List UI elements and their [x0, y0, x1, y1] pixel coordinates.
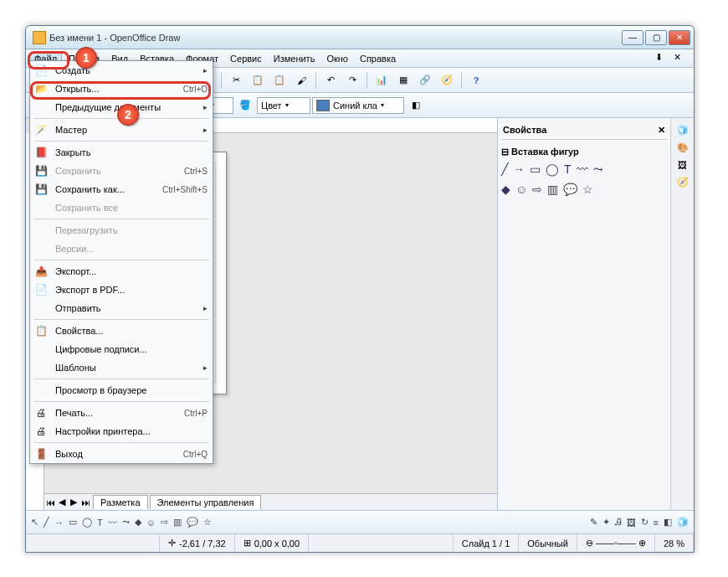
menu-modify[interactable]: Изменить: [269, 52, 320, 65]
menu-item-экспортвpdf[interactable]: 📄Экспорт в PDF...: [30, 281, 213, 299]
properties-tab-icon[interactable]: 🧊: [677, 125, 689, 136]
menu-item-просмотрвбраузере[interactable]: Просмотр в браузере: [30, 381, 213, 399]
menu-icon: [33, 100, 49, 115]
hyperlink-button[interactable]: 🔗: [415, 70, 435, 90]
paste-button[interactable]: 📋: [269, 70, 290, 90]
minimize-button[interactable]: —: [622, 30, 643, 45]
tab-first[interactable]: ⏮: [44, 497, 56, 507]
callout-icon[interactable]: 💬: [563, 183, 577, 196]
block-arrow-icon[interactable]: ⇨: [532, 183, 542, 196]
flowchart-icon[interactable]: ▥: [547, 183, 558, 196]
rect-icon[interactable]: ▭: [530, 162, 541, 176]
navigator-tab-icon[interactable]: 🖼: [678, 160, 687, 170]
symbol-icon[interactable]: ☺: [515, 183, 527, 196]
line-color-select[interactable]: Синий кла▾: [312, 97, 404, 114]
close-button[interactable]: ✕: [669, 30, 690, 45]
shadow-button[interactable]: ◧: [406, 95, 426, 116]
menu-help[interactable]: Справка: [355, 52, 401, 65]
menu-item-сохранитькак[interactable]: 💾Сохранить как...Ctrl+Shift+S: [30, 180, 213, 198]
menu-item-свойства[interactable]: 📋Свойства...: [30, 322, 213, 340]
tab-prev[interactable]: ◀: [56, 497, 68, 507]
tab-controls[interactable]: Элементы управления: [150, 495, 262, 509]
status-slide: Слайд 1 / 1: [454, 534, 520, 552]
curve-icon[interactable]: 〰: [577, 162, 588, 176]
menu-item-отправить[interactable]: Отправить▸: [30, 299, 213, 317]
area-button[interactable]: 🪣: [235, 95, 255, 116]
help-button[interactable]: ?: [466, 70, 486, 90]
rect-tool-icon[interactable]: ▭: [69, 517, 77, 528]
menu-item-цифровыеподписи[interactable]: Цифровые подписи...: [30, 340, 213, 358]
side-panel: Свойства ✕ ⊟ Вставка фигур ╱ → ▭ ◯ T 〰 ⤳: [497, 118, 694, 510]
menu-item-версии: Версии...: [30, 240, 213, 258]
redo-button[interactable]: ↷: [342, 70, 362, 90]
star-icon[interactable]: ☆: [582, 183, 593, 196]
menu-icon: 📄: [33, 63, 49, 78]
text-tool-icon[interactable]: T: [97, 518, 103, 528]
table-button[interactable]: ▦: [393, 70, 413, 90]
fontwork-icon[interactable]: Ꭿ: [615, 517, 622, 528]
menu-icon: [33, 223, 49, 238]
tab-last[interactable]: ⏭: [79, 497, 91, 507]
from-file-icon[interactable]: 🖼: [627, 518, 636, 528]
menu-icon: [33, 360, 49, 375]
menu-tools[interactable]: Сервис: [225, 52, 267, 65]
align-icon[interactable]: ≡: [654, 518, 659, 528]
tab-layout[interactable]: Разметка: [93, 495, 148, 509]
callout-tool-icon[interactable]: 💬: [187, 517, 198, 528]
basic-shape-icon[interactable]: ◆: [501, 183, 510, 196]
chart-button[interactable]: 📊: [372, 70, 392, 90]
ellipse-icon[interactable]: ◯: [546, 162, 559, 176]
fill-mode-select[interactable]: Цвет▾: [257, 97, 310, 114]
maximize-button[interactable]: ▢: [645, 30, 667, 45]
connector-icon[interactable]: ⤳: [593, 162, 603, 176]
update-icon[interactable]: ⬇: [655, 52, 669, 65]
menu-item-открыть[interactable]: 📂Открыть...Ctrl+O: [30, 80, 213, 98]
cut-button[interactable]: ✂: [226, 70, 246, 90]
text-icon[interactable]: T: [564, 162, 572, 176]
star-tool-icon[interactable]: ☆: [203, 517, 212, 528]
menu-item-закрыть[interactable]: 📕Закрыть: [30, 143, 213, 162]
menu-item-выход[interactable]: 🚪ВыходCtrl+Q: [30, 445, 213, 463]
undo-button[interactable]: ↶: [320, 70, 341, 90]
arrange-icon[interactable]: ◧: [664, 517, 672, 528]
menu-item-шаблоны[interactable]: Шаблоны▸: [30, 358, 213, 377]
menu-icon: [33, 200, 49, 215]
copy-button[interactable]: 📋: [248, 70, 268, 90]
edit-points-icon[interactable]: ✎: [590, 517, 597, 528]
line-tool-icon[interactable]: ╱: [44, 517, 49, 528]
close-doc-icon[interactable]: ✕: [674, 52, 687, 65]
arrow-icon[interactable]: →: [513, 162, 525, 176]
line-icon[interactable]: ╱: [501, 162, 508, 176]
rotate-icon[interactable]: ↻: [641, 517, 649, 528]
select-tool-icon[interactable]: ↖: [31, 517, 38, 528]
arrow-shapes-icon[interactable]: ⇨: [161, 517, 168, 528]
zoom-value[interactable]: 28 %: [655, 534, 694, 552]
connector-tool-icon[interactable]: ⤳: [122, 517, 130, 528]
curve-tool-icon[interactable]: 〰: [108, 518, 117, 528]
sidepanel-close-icon[interactable]: ✕: [658, 125, 665, 136]
menu-item-создать[interactable]: 📄Создать▸: [30, 61, 213, 80]
glue-points-icon[interactable]: ✦: [602, 517, 610, 528]
flowchart-tool-icon[interactable]: ▥: [173, 517, 182, 528]
page-tabs: ⏮ ◀ ▶ ⏭ Разметка Элементы управления: [44, 493, 497, 510]
tab-next[interactable]: ▶: [68, 497, 79, 507]
ellipse-tool-icon[interactable]: ◯: [82, 517, 92, 528]
3d-icon[interactable]: 🧊: [677, 517, 689, 528]
shape-row-1: ╱ → ▭ ◯ T 〰 ⤳: [501, 159, 667, 179]
section-shapes-header[interactable]: ⊟ Вставка фигур: [501, 145, 667, 159]
navigator-button[interactable]: 🧭: [437, 70, 457, 90]
menu-item-настройкипринтера[interactable]: 🖨Настройки принтера...: [30, 422, 213, 440]
gallery-tab-icon[interactable]: 🎨: [677, 142, 689, 153]
arrow-tool-icon[interactable]: →: [54, 518, 64, 528]
menu-icon: 🪄: [33, 122, 49, 137]
shapes-tool-icon[interactable]: ◆: [135, 517, 141, 528]
menu-item-экспорт[interactable]: 📤Экспорт...: [30, 262, 213, 281]
menu-icon: 📄: [33, 282, 49, 297]
zoom-slider[interactable]: ⊖ ——◦—— ⊕: [577, 534, 655, 552]
menu-window[interactable]: Окно: [321, 52, 353, 65]
symbol-tool-icon[interactable]: ☺: [146, 518, 156, 528]
format-paint-button[interactable]: 🖌: [291, 70, 311, 90]
menu-item-печать[interactable]: 🖨Печать...Ctrl+P: [30, 404, 213, 422]
styles-tab-icon[interactable]: 🧭: [677, 177, 689, 188]
menu-icon: [33, 383, 49, 398]
